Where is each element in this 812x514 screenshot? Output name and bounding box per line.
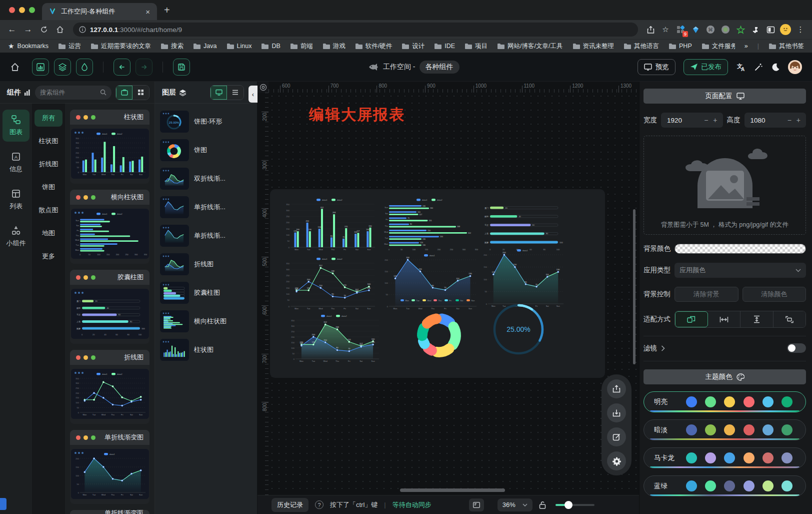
- bookmark-item[interactable]: PHP: [668, 42, 692, 51]
- bookmark-item[interactable]: Linux: [226, 42, 252, 51]
- bookmarks-overflow-icon[interactable]: »: [744, 43, 748, 50]
- category-1[interactable]: 柱状图: [34, 133, 62, 150]
- theme-color-dot[interactable]: [705, 480, 716, 491]
- theme-row-0[interactable]: 明亮: [644, 391, 806, 412]
- edit-icon[interactable]: [607, 427, 626, 446]
- redo-button[interactable]: [136, 59, 152, 76]
- theme-color-dot[interactable]: [724, 396, 735, 407]
- bookmark-item[interactable]: 其他语言: [624, 42, 659, 51]
- theme-color-dot[interactable]: [686, 452, 697, 463]
- theme-color-dot[interactable]: [744, 452, 754, 463]
- layers-list-view-toggle[interactable]: [227, 86, 244, 100]
- fit-width-button[interactable]: [708, 311, 741, 327]
- browser-menu-icon[interactable]: ⋮: [794, 23, 807, 36]
- bookmark-item[interactable]: 搜索: [160, 42, 184, 51]
- layer-item[interactable]: 双折线渐...: [160, 168, 252, 190]
- theme-color-dot[interactable]: [762, 452, 774, 463]
- height-decrement[interactable]: −: [786, 116, 793, 124]
- layers-toggle-button[interactable]: [54, 59, 71, 76]
- theme-color-dot[interactable]: [686, 480, 697, 491]
- width-stepper[interactable]: 1920−+: [661, 113, 723, 128]
- app-type-select[interactable]: 应用颜色: [674, 263, 806, 278]
- layer-item[interactable]: 饼图: [160, 139, 252, 161]
- bookmark-item[interactable]: 项目: [464, 42, 488, 51]
- split-view-icon[interactable]: [764, 23, 777, 36]
- fit-stretch-button[interactable]: [774, 311, 806, 327]
- reload-icon[interactable]: [37, 23, 51, 37]
- component-card[interactable]: 单折线渐变图data1050100150200MonTueWedThuFriSa…: [70, 430, 150, 504]
- layer-item[interactable]: 胶囊柱图: [160, 282, 252, 304]
- theme-color-dot[interactable]: [744, 480, 754, 491]
- search-input[interactable]: [40, 89, 97, 96]
- height-stepper[interactable]: 1080−+: [744, 113, 806, 128]
- extension-grid-icon[interactable]: 9: [674, 23, 687, 36]
- layer-item[interactable]: 单折线渐...: [160, 225, 252, 247]
- extensions-puzzle-icon[interactable]: [749, 23, 762, 36]
- theme-color-dot[interactable]: [686, 424, 697, 435]
- theme-color-dot[interactable]: [724, 480, 735, 491]
- user-avatar[interactable]: [788, 60, 802, 74]
- components-toggle-button[interactable]: [32, 59, 49, 76]
- dashboard-chart-line2[interactable]: data1data2050100150200250300350MonTueWed…: [282, 256, 378, 312]
- view-toggle-grid[interactable]: [132, 86, 149, 100]
- back-icon[interactable]: ←: [5, 23, 19, 37]
- component-card[interactable]: 横向柱状图data1data2050100150200250300350SunS…: [70, 190, 150, 264]
- history-button[interactable]: 历史记录: [272, 498, 308, 512]
- bookmark-item[interactable]: 网站/博客/文章/工具: [497, 42, 562, 51]
- component-search[interactable]: [35, 86, 112, 100]
- bookmark-item[interactable]: 前端: [290, 42, 313, 51]
- close-window-button[interactable]: [9, 7, 15, 13]
- theme-row-1[interactable]: 暗淡: [644, 419, 806, 440]
- extension-star-icon[interactable]: [734, 23, 747, 36]
- theme-color-dot[interactable]: [782, 424, 792, 435]
- bg-color-swatch[interactable]: [674, 244, 806, 254]
- theme-color-dot[interactable]: [744, 396, 754, 407]
- component-card[interactable]: 单折线渐变面积图data1data2050100150200250300350M…: [70, 510, 150, 514]
- minimize-window-button[interactable]: [19, 7, 25, 13]
- extension-gem-icon[interactable]: [689, 23, 702, 36]
- sidebar-item-info[interactable]: A信息: [2, 147, 30, 179]
- new-tab-button[interactable]: +: [164, 5, 170, 16]
- maximize-window-button[interactable]: [29, 7, 35, 13]
- dark-mode-moon-icon[interactable]: [771, 63, 780, 72]
- theme-color-dot[interactable]: [782, 480, 792, 491]
- theme-color-dot[interactable]: [705, 396, 716, 407]
- app-home-icon[interactable]: [10, 62, 20, 72]
- zoom-lock-icon[interactable]: [539, 501, 546, 509]
- publish-button[interactable]: 已发布: [684, 59, 728, 75]
- extension-record-icon[interactable]: [719, 23, 732, 36]
- tab-close-icon[interactable]: ×: [144, 8, 152, 16]
- theme-color-dot[interactable]: [762, 480, 774, 491]
- bookmark-item[interactable]: DB: [261, 42, 280, 51]
- theme-color-dot[interactable]: [686, 396, 697, 407]
- theme-color-dot[interactable]: [705, 424, 716, 435]
- component-card[interactable]: 柱状图data1data2050100150200250300350MonTue…: [70, 110, 150, 184]
- bookmark-item[interactable]: 近期需要读的文章: [90, 42, 151, 51]
- bookmark-item[interactable]: 资讯未整理: [572, 42, 614, 51]
- layer-item[interactable]: 横向柱状图: [160, 310, 252, 332]
- category-4[interactable]: 散点图: [34, 202, 62, 219]
- collapse-panel-button[interactable]: ‹: [248, 86, 258, 103]
- category-3[interactable]: 饼图: [34, 179, 62, 196]
- clear-background-button[interactable]: 清除背景: [674, 287, 738, 302]
- filter-toggle[interactable]: [787, 343, 806, 353]
- component-card[interactable]: 胶囊柱图厦门20南阳40北京60上海80新疆100020406080100: [70, 270, 150, 344]
- sidebar-item-chart[interactable]: 图表: [2, 110, 30, 142]
- export-icon[interactable]: [607, 379, 626, 398]
- site-info-icon[interactable]: [79, 26, 86, 33]
- bookmarks-manager[interactable]: ★Bookmarks: [8, 42, 48, 50]
- dashboard-chart-bar[interactable]: data1data2050100150200250300350MonTueWed…: [282, 197, 378, 253]
- ruler-eye-icon[interactable]: [258, 82, 268, 93]
- theme-color-dot[interactable]: [762, 424, 774, 435]
- extension-cmd-icon[interactable]: ⌘: [704, 23, 717, 36]
- view-toggle-single[interactable]: [116, 86, 132, 100]
- canvas-vertical-scrollbar[interactable]: [633, 209, 636, 364]
- theme-row-2[interactable]: 马卡龙: [644, 447, 806, 468]
- zoom-slider-knob[interactable]: [564, 501, 572, 509]
- category-0[interactable]: 所有: [34, 110, 62, 127]
- bookmark-item[interactable]: 文件服务器: [702, 42, 735, 51]
- fit-scale-button[interactable]: [675, 311, 708, 327]
- theme-color-dot[interactable]: [724, 452, 735, 463]
- layer-item[interactable]: 单折线渐...: [160, 196, 252, 218]
- bookmark-item[interactable]: 游戏: [322, 42, 346, 51]
